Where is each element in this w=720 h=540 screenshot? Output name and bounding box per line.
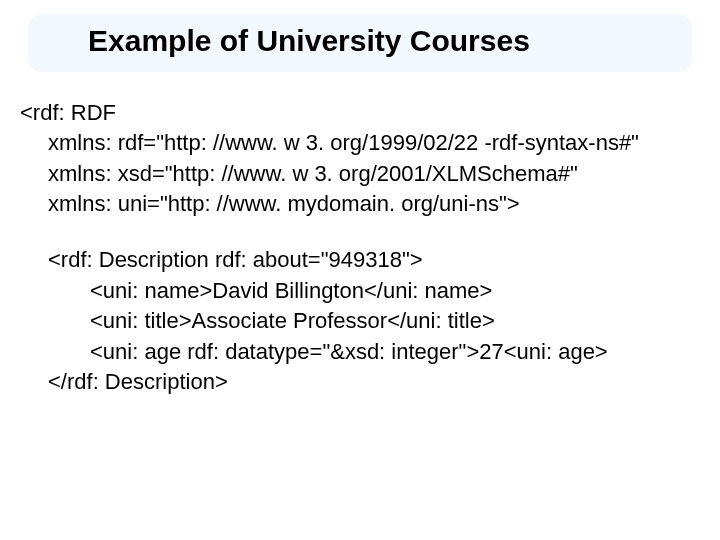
description-close: </rdf: Description> bbox=[20, 367, 700, 397]
xmlns-rdf-line: xmlns: rdf="http: //www. w 3. org/1999/0… bbox=[20, 128, 700, 158]
rdf-root-block: <rdf: RDF xmlns: rdf="http: //www. w 3. … bbox=[20, 98, 700, 219]
slide-title: Example of University Courses bbox=[88, 24, 674, 58]
title-bar: Example of University Courses bbox=[28, 14, 692, 72]
rdf-open-tag: <rdf: RDF bbox=[20, 98, 700, 128]
xmlns-xsd-line: xmlns: xsd="http: //www. w 3. org/2001/X… bbox=[20, 159, 700, 189]
slide: Example of University Courses <rdf: RDF … bbox=[0, 14, 720, 540]
rdf-description-block: <rdf: Description rdf: about="949318"> <… bbox=[20, 245, 700, 397]
xmlns-uni-line: xmlns: uni="http: //www. mydomain. org/u… bbox=[20, 189, 700, 219]
uni-age-line: <uni: age rdf: datatype="&xsd: integer">… bbox=[20, 337, 700, 367]
description-open: <rdf: Description rdf: about="949318"> bbox=[20, 245, 700, 275]
uni-title-line: <uni: title>Associate Professor</uni: ti… bbox=[20, 306, 700, 336]
uni-name-line: <uni: name>David Billington</uni: name> bbox=[20, 276, 700, 306]
slide-body: <rdf: RDF xmlns: rdf="http: //www. w 3. … bbox=[20, 98, 700, 397]
